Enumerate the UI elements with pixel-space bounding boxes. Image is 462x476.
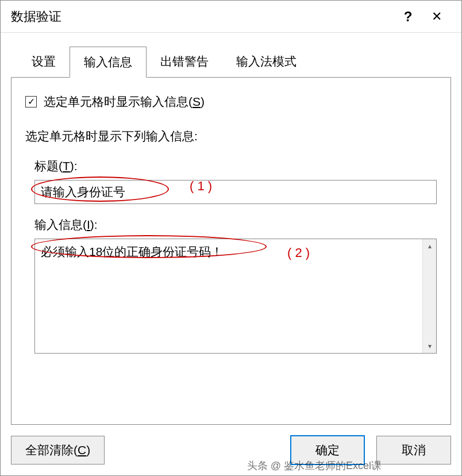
scrollbar[interactable]: ▴ ▾ [422, 239, 436, 353]
title-label: 标题(T): [34, 158, 437, 174]
tab-ime-mode[interactable]: 输入法模式 [222, 47, 310, 78]
tab-settings[interactable]: 设置 [18, 47, 70, 78]
scroll-up-icon[interactable]: ▴ [423, 239, 436, 253]
title-input[interactable] [34, 180, 437, 204]
tab-error-alert[interactable]: 出错警告 [147, 47, 222, 78]
button-row: 全部清除(C) 确定 取消 [1, 425, 461, 475]
tab-panel-input-message: ✓ 选定单元格时显示输入信息(S) 选定单元格时显示下列输入信息: 标题(T):… [11, 77, 451, 425]
message-textarea-wrapper: 必须输入18位的正确身份证号码！ ▴ ▾ [34, 239, 437, 354]
title-field-group: 标题(T): ( 1 ) [34, 158, 437, 217]
show-input-message-checkbox-row[interactable]: ✓ 选定单元格时显示输入信息(S) [25, 94, 437, 110]
checkbox-icon[interactable]: ✓ [25, 96, 37, 108]
titlebar: 数据验证 ? ✕ [1, 1, 461, 33]
message-label: 输入信息(I): [34, 217, 437, 233]
tab-input-message[interactable]: 输入信息 [70, 47, 147, 78]
message-field-group: 输入信息(I): 必须输入18位的正确身份证号码！ ▴ ▾ ( 2 ) [34, 217, 437, 354]
help-button[interactable]: ? [394, 9, 422, 25]
cancel-button[interactable]: 取消 [376, 436, 451, 465]
dialog-title: 数据验证 [11, 8, 394, 25]
content-area: 设置 输入信息 出错警告 输入法模式 ✓ 选定单元格时显示输入信息(S) 选定单… [1, 33, 461, 425]
tab-strip: 设置 输入信息 出错警告 输入法模式 [18, 47, 451, 78]
ok-button[interactable]: 确定 [290, 435, 365, 465]
scroll-down-icon[interactable]: ▾ [423, 339, 436, 353]
clear-all-button[interactable]: 全部清除(C) [11, 436, 105, 465]
message-input[interactable]: 必须输入18位的正确身份证号码！ [35, 239, 422, 353]
data-validation-dialog: 数据验证 ? ✕ 设置 输入信息 出错警告 输入法模式 ✓ 选定单元格时显示输入… [0, 0, 462, 476]
close-button[interactable]: ✕ [422, 9, 451, 24]
section-heading: 选定单元格时显示下列输入信息: [25, 128, 437, 144]
checkbox-label: 选定单元格时显示输入信息(S) [44, 94, 205, 110]
